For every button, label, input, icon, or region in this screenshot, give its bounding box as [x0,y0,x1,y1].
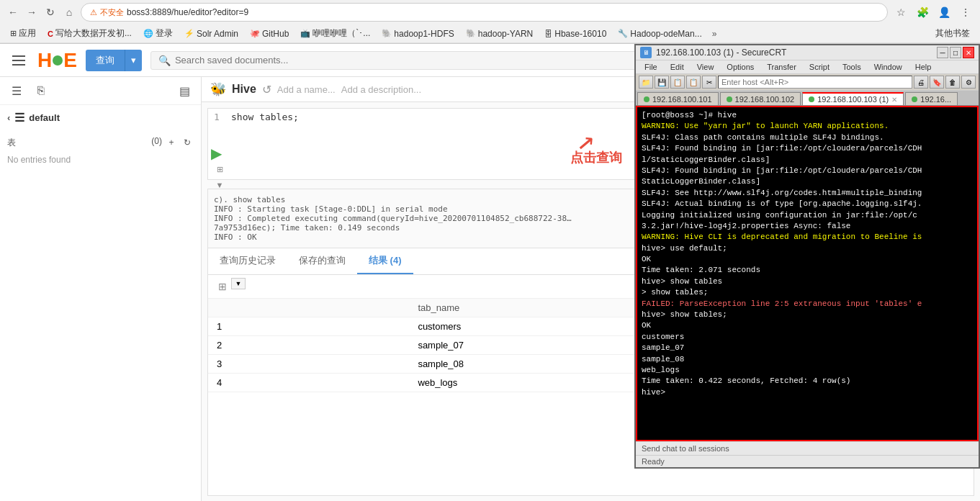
toolbar-btn-4[interactable]: 📋 [686,76,701,89]
run-button[interactable]: ▶ [211,145,222,162]
forward-button[interactable]: → [24,5,39,19]
home-button[interactable]: ⌂ [62,5,76,19]
toolbar-btn-go[interactable]: 🖨 [914,76,928,89]
query-dropdown-button[interactable]: ▾ [125,50,142,71]
tab-dot-101 [644,96,649,102]
bookmark-hadoop-ode[interactable]: 🔧 Hadoop-odeMan... [613,27,706,40]
results-grid-button[interactable]: ⊞ [214,278,231,295]
bookmark-bilibili[interactable]: 📺 咿哩咿哩（`･... [296,26,374,41]
star-button[interactable]: ☆ [892,4,909,21]
menu-transfer[interactable]: Transfer [761,61,802,73]
terminal-line: customers [642,332,973,343]
maximize-button[interactable]: □ [950,47,961,58]
toolbar-btn-5[interactable]: ✂ [702,76,716,89]
hamburger-line-3 [12,64,25,66]
menu-button[interactable]: ⋮ [957,4,974,21]
send-chat-bar[interactable]: Send chat to all sessions [636,441,979,455]
hadoop-ode-icon: 🔧 [618,29,628,38]
bookmark-hdfs[interactable]: 🐘 hadoop1-HDFS [377,27,458,40]
menu-help[interactable]: Help [909,61,938,73]
copy-icon-button[interactable]: ⎘ [32,81,50,100]
close-button[interactable]: ✕ [963,47,974,58]
toolbar-btn-6[interactable]: 🔖 [930,76,944,89]
db-icon-button[interactable]: ☰ [7,81,26,100]
bookmark-hbase[interactable]: 🗄 Hbase-16010 [540,27,611,40]
address-bar[interactable]: ⚠ 不安全 boss3:8889/hue/editor?editor=9 [81,3,888,22]
securecrt-tab-103[interactable]: 192.168.100.103 (1) ✕ [802,92,904,105]
bookmarks-more[interactable]: » [712,29,717,39]
bookmark-apps[interactable]: ⊞ 应用 [6,26,40,41]
add-desc-button[interactable]: Add a description... [341,84,421,95]
table-count: (0) [151,136,162,149]
host-input[interactable] [718,76,912,89]
add-table-button[interactable]: + [165,136,178,149]
tab-query-history[interactable]: 查询历史记录 [208,248,287,274]
minimize-button[interactable]: ─ [937,47,948,58]
reload-button[interactable]: ↻ [43,5,58,19]
bookmark-github-label: GitHub [262,29,289,39]
menu-view[interactable]: View [691,61,720,73]
logo-e: E [63,49,77,72]
toolbar-btn-3[interactable]: 📋 [670,76,685,89]
securecrt-tab-102[interactable]: 192.168.100.102 [720,92,801,105]
sidebar-db-section: ‹ ☰ default [0,105,201,130]
toolbar-btn-1[interactable]: 📁 [639,76,653,89]
tab-close-103[interactable]: ✕ [891,96,897,104]
expand-button[interactable]: ▼ [211,178,228,192]
securecrt-title: 192.168.100.103 (1) - SecureCRT [656,48,932,58]
securecrt-tab-104[interactable]: 192.16... [905,92,958,105]
toolbar-btn-2[interactable]: 💾 [655,76,669,89]
bookmark-yarn[interactable]: 🐘 hadoop-YARN [462,27,538,40]
extensions-button[interactable]: 🧩 [914,4,931,21]
menu-script[interactable]: Script [804,61,835,73]
bookmark-login[interactable]: 🌐 登录 [139,26,177,41]
editor-side-buttons: ⊞ ▼ [211,162,228,192]
table-icon-button[interactable]: ▤ [175,81,194,100]
terminal-line: SLF4J: Found binding in [jar:file:/opt/c… [642,143,973,154]
back-button[interactable]: ← [6,5,20,19]
terminal-line: 3.2.jar!/hive-log4j2.properties Async: f… [642,221,973,232]
profile-button[interactable]: 👤 [935,4,953,21]
menu-edit[interactable]: Edit [665,61,690,73]
grid-button[interactable]: ⊞ [211,162,228,176]
securecrt-menubar: File Edit View Options Transfer Script T… [636,60,979,74]
editor-title: Hive [232,83,256,96]
sidebar-db-header[interactable]: ‹ ☰ default [7,111,194,125]
toolbar-btn-8[interactable]: ⚙ [961,76,976,89]
bookmark-github[interactable]: 🐙 GitHub [246,27,293,40]
col-num [208,299,409,317]
refresh-table-button[interactable]: ↻ [181,136,194,149]
terminal-line: WARNING: Use "yarn jar" to launch YARN a… [642,121,973,132]
bookmark-solr[interactable]: ⚡ Solr Admin [180,27,243,40]
hdfs-icon: 🐘 [382,29,392,38]
undo-button[interactable]: ↺ [262,83,271,96]
url-text: boss3:8889/hue/editor?editor=9 [127,7,248,17]
yarn-icon: 🐘 [466,29,476,38]
log-line-3: INFO : Completed executing command(query… [214,214,574,223]
menu-file[interactable]: File [639,61,663,73]
menu-window[interactable]: Window [868,61,908,73]
menu-options[interactable]: Options [721,61,760,73]
securecrt-terminal[interactable]: [root@boss3 ~]# hiveWARNING: Use "yarn j… [636,106,979,441]
bookmark-hadoop-ode-label: Hadoop-odeMan... [630,29,701,39]
tab-results[interactable]: 结果 (4) [357,248,413,274]
hue-logo: H E [37,49,77,72]
terminal-line: Logging initialized using configuration … [642,210,973,221]
tab-label-103: 192.168.100.103 (1) [817,95,889,104]
security-warning-text: 不安全 [100,7,124,18]
login-icon: 🌐 [143,29,153,38]
results-action-1[interactable]: ▼ [231,278,246,289]
browser-toolbar: ← → ↻ ⌂ ⚠ 不安全 boss3:8889/hue/editor?edit… [0,0,980,24]
securecrt-tab-101[interactable]: 192.168.100.101 [637,92,719,105]
query-button[interactable]: 查询 [86,50,125,71]
bookmark-csdn[interactable]: C 写给大数据开发初... [43,26,136,41]
menu-tools[interactable]: Tools [837,61,867,73]
tab-saved-queries[interactable]: 保存的查询 [287,248,357,274]
toolbar-btn-7[interactable]: 🗑 [945,76,960,89]
csdn-icon: C [48,30,53,38]
terminal-line: sample_07 [642,343,973,353]
hamburger-menu-button[interactable] [9,50,29,71]
bookmark-other[interactable]: 其他书签 [931,26,974,41]
terminal-line: Time taken: 0.422 seconds, Fetched: 4 ro… [642,376,973,387]
add-name-button[interactable]: Add a name... [277,84,336,95]
